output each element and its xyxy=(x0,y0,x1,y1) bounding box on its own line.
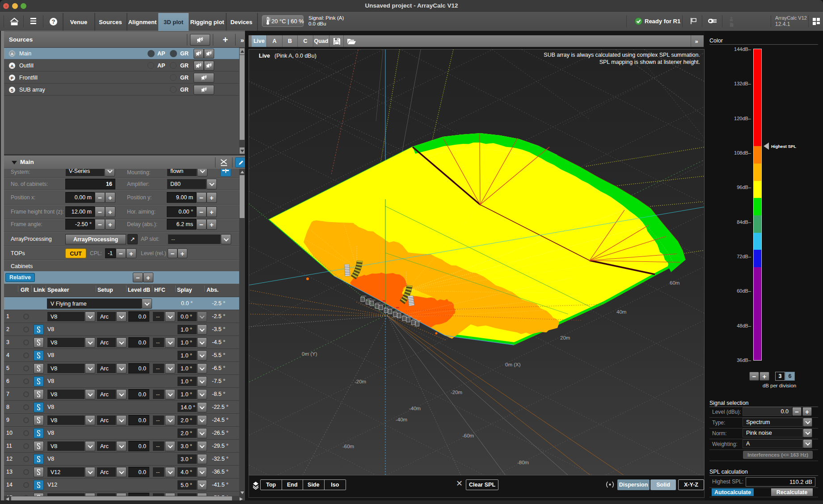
svg-text:-60m: -60m xyxy=(342,444,354,449)
svg-text:SPL mapping is shown at listen: SPL mapping is shown at listener height. xyxy=(599,59,700,65)
svg-text:-40m: -40m xyxy=(409,406,421,411)
svg-text:-60m: -60m xyxy=(462,433,474,438)
svg-text:0m (X): 0m (X) xyxy=(505,362,521,367)
svg-text:-80m: -80m xyxy=(517,460,529,465)
svg-text:-20m: -20m xyxy=(451,390,462,395)
svg-text:0m (Y): 0m (Y) xyxy=(302,351,317,357)
svg-text:(Pink A, 0.0 dBu): (Pink A, 0.0 dBu) xyxy=(274,53,317,59)
svg-text:40m: 40m xyxy=(616,309,626,315)
svg-text:20m: 20m xyxy=(560,335,570,340)
svg-text:60m: 60m xyxy=(670,280,680,286)
svg-text:SUB array is always calculated: SUB array is always calculated using com… xyxy=(544,52,700,58)
svg-text:Live: Live xyxy=(259,53,270,59)
svg-text:-20m: -20m xyxy=(355,379,366,384)
svg-text:-40m: -40m xyxy=(396,417,407,422)
